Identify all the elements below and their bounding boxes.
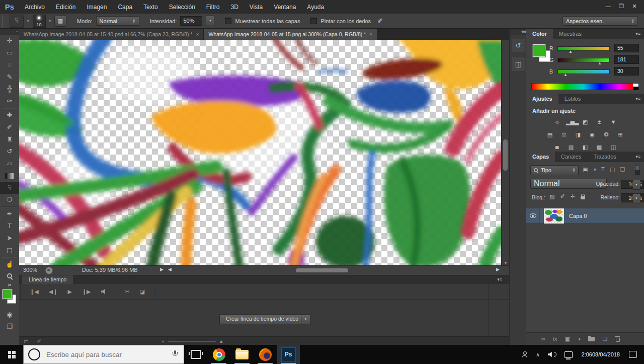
layer-row-selected[interactable]: Capa 0 (526, 208, 644, 223)
layer-style-fx-icon[interactable]: fx (553, 336, 557, 342)
menu-ayuda[interactable]: Ayuda (301, 1, 330, 14)
path-selection-tool[interactable]: ➤ (0, 232, 19, 244)
sample-all-layers-checkbox[interactable] (225, 18, 231, 24)
action-center-button[interactable] (625, 351, 644, 358)
quick-selection-tool[interactable]: ✎ (0, 71, 19, 83)
fill-caret-icon[interactable]: ▾ (632, 193, 640, 203)
taskbar-firefox-button[interactable] (254, 345, 277, 364)
close-tab-icon[interactable]: × (196, 32, 199, 37)
brush-preset-picker[interactable]: 10 (33, 15, 46, 28)
toolbar-collapse-icon[interactable]: » (0, 29, 19, 35)
horizontal-scrollbar-thumb[interactable] (296, 268, 348, 272)
hue-saturation-icon[interactable]: ▤ (545, 131, 555, 138)
filter-type-layers-icon[interactable]: T (601, 166, 605, 173)
zoom-in-icon[interactable]: ▲ (219, 338, 224, 344)
curves-icon[interactable]: ◩ (580, 118, 590, 126)
green-slider-thumb[interactable]: ▲ (598, 61, 602, 65)
tab-color[interactable]: Color (526, 29, 553, 39)
panel-menu-icon[interactable]: ▾≡ (632, 152, 644, 162)
delete-layer-icon[interactable] (615, 336, 620, 342)
zoom-out-icon[interactable]: ▲ (162, 339, 165, 343)
invert-icon[interactable]: ◙ (552, 143, 562, 151)
menu-imagen[interactable]: Imagen (81, 1, 112, 14)
opacity-caret-icon[interactable]: ▾ (632, 180, 640, 190)
tab-estilos[interactable]: Estilos (558, 94, 587, 104)
strength-value[interactable]: 50% (180, 16, 202, 26)
eraser-tool[interactable]: ▱ (0, 158, 19, 170)
layer-visibility-toggle[interactable] (526, 208, 540, 223)
people-button[interactable] (518, 351, 532, 358)
search-input[interactable] (45, 350, 172, 359)
microphone-icon[interactable] (172, 350, 178, 358)
add-layer-mask-icon[interactable]: ▣ (565, 336, 570, 342)
tab-ajustes[interactable]: Ajustes (526, 94, 558, 104)
quick-mask-icon[interactable]: ◉ (0, 309, 19, 321)
volume-button[interactable] (544, 352, 560, 357)
vibrance-icon[interactable]: ▼ (608, 118, 618, 126)
blue-slider-thumb[interactable]: ▲ (564, 72, 568, 77)
threshold-icon[interactable]: ◧ (580, 143, 590, 151)
tab-canales[interactable]: Canales (555, 152, 587, 162)
channel-mixer-icon[interactable]: ❂ (601, 131, 611, 138)
next-frame-button[interactable]: ❙▶ (77, 288, 96, 295)
previous-frame-button[interactable]: ◀❙ (44, 288, 63, 295)
restore-button[interactable]: ❐ (615, 0, 628, 12)
document-tab-active[interactable]: WhatsApp Image 2018-04-05 at 15.png al 3… (204, 29, 377, 40)
color-balance-icon[interactable]: ⚖ (559, 131, 569, 138)
dodge-tool[interactable]: ❍ (0, 194, 19, 206)
workspace-dropdown[interactable]: Aspectos esen. ⇕ (562, 16, 638, 26)
eyedropper-tool[interactable]: ✑ (0, 95, 19, 107)
foreground-color-swatch[interactable] (533, 44, 545, 57)
hand-tool[interactable]: ☝ (0, 258, 19, 270)
close-button[interactable]: ✕ (628, 0, 641, 12)
menu-vista[interactable]: Vista (244, 1, 268, 14)
lasso-tool[interactable]: ◌ (0, 59, 19, 71)
dock-collapse-icon[interactable]: ◀◀ (510, 29, 527, 35)
strength-caret-icon[interactable]: ▾ (206, 16, 214, 26)
pen-tool[interactable]: ✒ (0, 208, 19, 220)
filter-pixel-layers-icon[interactable]: ▣ (583, 166, 588, 173)
spectrum-black-swatch[interactable] (633, 87, 638, 90)
gradient-tool[interactable] (0, 170, 19, 182)
exposure-icon[interactable]: ± (594, 118, 604, 126)
menu-seleccion[interactable]: Selección (164, 1, 201, 14)
panel-menu-icon[interactable]: ▾≡ (632, 29, 644, 39)
posterize-icon[interactable]: ▥ (566, 143, 576, 151)
lock-paint-icon[interactable]: ✐ (560, 193, 565, 200)
spot-healing-brush-tool[interactable]: ✚ (0, 109, 19, 121)
swap-colors-icon[interactable]: ⇄ (0, 282, 19, 288)
taskbar-clock[interactable]: 2:06 08/04/2018 (577, 351, 625, 358)
move-tool[interactable]: ✛ (0, 35, 19, 47)
tab-trazados[interactable]: Trazados (587, 152, 622, 162)
menu-archivo[interactable]: Archivo (19, 1, 50, 14)
properties-panel-icon[interactable]: ◫ (512, 57, 525, 71)
gradient-map-icon[interactable]: ▩ (594, 143, 604, 151)
lock-move-icon[interactable]: ✛ (571, 193, 575, 200)
close-tab-icon[interactable]: × (369, 32, 372, 37)
play-button[interactable]: ▶ (62, 288, 76, 295)
finger-painting-checkbox[interactable] (310, 18, 317, 24)
split-clip-icon[interactable]: ✂ (120, 288, 135, 295)
tab-muestras[interactable]: Muestras (553, 29, 588, 39)
create-video-timeline-button[interactable]: Crear línea de tiempo de vídeo (219, 314, 305, 324)
clone-stamp-tool[interactable]: ♜ (0, 133, 19, 145)
lock-transparency-icon[interactable]: ▨ (549, 193, 554, 200)
canvas[interactable] (19, 40, 501, 265)
photo-filter-icon[interactable]: ◉ (587, 131, 597, 138)
task-view-button[interactable] (184, 345, 207, 364)
foreground-color-swatch[interactable] (3, 289, 12, 299)
tab-capas[interactable]: Capas (526, 152, 555, 162)
filter-smart-objects-icon[interactable]: ❏ (620, 166, 625, 173)
filter-adjustment-layers-icon[interactable]: ◑ (593, 166, 596, 173)
red-value-field[interactable]: 55 (614, 44, 639, 52)
new-group-icon[interactable] (588, 337, 595, 341)
taskbar-chrome-button[interactable] (207, 345, 230, 364)
minimize-button[interactable]: — (602, 0, 615, 12)
panel-menu-icon[interactable]: ▾≡ (632, 94, 644, 104)
timeline-draw-icon[interactable]: ✐ (32, 338, 45, 344)
taskbar-explorer-button[interactable] (230, 345, 254, 364)
transition-icon[interactable]: ◪ (135, 288, 150, 295)
brush-picker-caret-icon[interactable]: ▾ (49, 19, 51, 23)
filter-shape-layers-icon[interactable]: ▢ (610, 166, 615, 173)
timeline-tab[interactable]: Línea de tiempo (22, 275, 73, 284)
